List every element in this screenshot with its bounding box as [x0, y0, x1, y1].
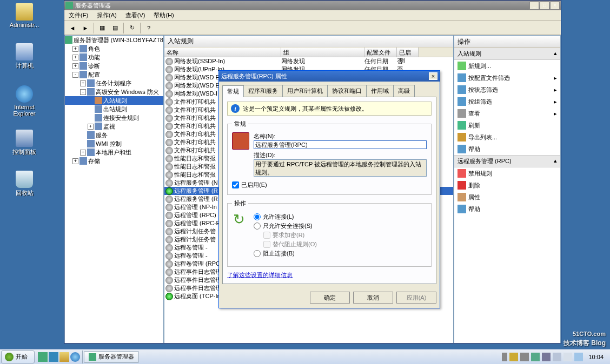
learn-more-link[interactable]: 了解这些设置的详细信息	[227, 272, 293, 278]
tree-item[interactable]: 连接安全规则	[65, 113, 163, 122]
tree-item[interactable]: +本地用户和组	[65, 148, 163, 157]
action-item[interactable]: 导出列表...	[454, 131, 560, 143]
menu-view[interactable]: 查看(V)	[121, 10, 150, 21]
action-item[interactable]: 禁用规则	[454, 167, 560, 179]
column-header[interactable]: 组	[281, 48, 364, 57]
tree-twist-icon[interactable]: +	[72, 46, 78, 52]
tab-advanced[interactable]: 高级	[393, 85, 415, 97]
clock[interactable]: 10:04	[585, 354, 607, 360]
tree-item[interactable]: 服务	[65, 131, 163, 139]
tray-icon[interactable]	[563, 353, 572, 361]
tree-item[interactable]: 出站规则	[65, 105, 163, 113]
action-item[interactable]: 按配置文件筛选▸	[454, 72, 560, 84]
start-button[interactable]: 开始	[1, 350, 35, 363]
ql-icon[interactable]	[59, 352, 69, 362]
rule-row[interactable]: 网络发现(SSDP-In)网络发现任何日期否	[164, 57, 453, 65]
maximize-button[interactable]: □	[540, 2, 549, 10]
action-item[interactable]: 属性	[454, 191, 560, 203]
dialog-close-button[interactable]: ×	[429, 72, 437, 80]
tree-twist-icon[interactable]: -	[80, 89, 86, 95]
tree-item[interactable]: +存储	[65, 157, 163, 165]
ok-button[interactable]: 确定	[310, 292, 350, 304]
titlebar[interactable]: 服务器管理器 _ □ ×	[64, 1, 561, 10]
action-item[interactable]: 刷新	[454, 119, 560, 131]
action-item[interactable]: 新规则...	[454, 60, 560, 72]
tree-item[interactable]: +诊断	[65, 62, 163, 70]
tree-twist-icon[interactable]: -	[72, 72, 78, 78]
tree-item[interactable]: -配置	[65, 70, 163, 79]
rule-status-icon	[165, 171, 173, 179]
info-icon: i	[231, 104, 240, 113]
column-header[interactable]: 配置文件	[364, 48, 397, 57]
tree-node-icon	[79, 71, 87, 78]
tree-node-icon	[79, 157, 87, 165]
tree-item[interactable]: -高级安全 Windows 防火	[65, 87, 163, 96]
tree-item[interactable]: +功能	[65, 53, 163, 62]
forward-button[interactable]: ►	[79, 22, 91, 34]
tree-twist-icon[interactable]: +	[80, 150, 86, 156]
help-button[interactable]: ?	[143, 22, 155, 34]
tab-general[interactable]: 常规	[222, 85, 244, 97]
action-item[interactable]: 按状态筛选▸	[454, 84, 560, 96]
tree-node-icon	[79, 62, 87, 70]
tray-icon[interactable]	[542, 353, 551, 361]
column-header[interactable]: 已启用	[397, 48, 419, 57]
column-header[interactable]: 名称	[164, 48, 281, 57]
secure-radio[interactable]: 只允许安全连接(S)	[254, 222, 427, 230]
menu-file[interactable]: 文件(F)	[64, 10, 92, 21]
tray-icon[interactable]	[520, 353, 529, 361]
tree-twist-icon[interactable]: +	[72, 55, 78, 60]
rule-status-icon	[165, 163, 173, 171]
menu-action[interactable]: 操作(A)	[92, 10, 121, 21]
action-item[interactable]: 按组筛选▸	[454, 96, 560, 107]
ql-icon[interactable]	[70, 352, 80, 362]
apply-button[interactable]: 应用(A)	[396, 292, 436, 304]
desktop-icon-control-panel[interactable]: 控制面板	[5, 130, 43, 156]
tray-icon[interactable]	[553, 353, 561, 361]
window-title: 服务器管理器	[75, 2, 111, 10]
tray-chevron-icon[interactable]	[502, 353, 507, 361]
refresh-button[interactable]: ↻	[126, 22, 138, 34]
tab-programs[interactable]: 程序和服务	[243, 85, 283, 97]
tab-users[interactable]: 用户和计算机	[282, 85, 328, 97]
minimize-button[interactable]: _	[529, 2, 539, 10]
tree-item[interactable]: +角色	[65, 44, 163, 53]
action-item[interactable]: 查看▸	[454, 107, 560, 119]
action-item[interactable]: 删除	[454, 179, 560, 191]
tree-twist-icon[interactable]: +	[72, 158, 78, 164]
tab-scope[interactable]: 作用域	[366, 85, 394, 97]
tree-twist-icon[interactable]: +	[72, 63, 78, 69]
ql-icon[interactable]	[49, 352, 58, 362]
nav-tree[interactable]: 服务器管理器 (WIN-3LOBYFAZT8 +角色+功能+诊断-配置+任务计划…	[64, 35, 164, 343]
tray-volume-icon[interactable]	[574, 353, 583, 361]
tree-item[interactable]: +监视	[65, 122, 163, 131]
tree-twist-icon[interactable]: +	[80, 80, 86, 86]
tree-item[interactable]: WMI 控制	[65, 139, 163, 148]
tree-root[interactable]: 服务器管理器 (WIN-3LOBYFAZT8	[65, 36, 163, 44]
tree-item[interactable]: +任务计划程序	[65, 79, 163, 87]
tool-button[interactable]: ▤	[109, 22, 121, 34]
tree-twist-icon[interactable]: +	[88, 124, 94, 130]
allow-radio[interactable]: 允许连接(L)	[254, 213, 427, 221]
tree-item[interactable]: 入站规则	[65, 96, 163, 105]
back-button[interactable]: ◄	[67, 22, 78, 34]
desktop-icon-recycle[interactable]: 回收站	[5, 171, 43, 197]
desktop-icon-ie[interactable]: Internet Explorer	[5, 85, 43, 117]
tray-icon[interactable]	[509, 353, 518, 361]
desktop-icon-admin[interactable]: Administr...	[5, 3, 43, 28]
enabled-checkbox[interactable]: 已启用(E)	[232, 181, 427, 189]
dialog-titlebar[interactable]: 远程服务管理(RPC) 属性 ×	[219, 71, 440, 82]
menu-help[interactable]: 帮助(H)	[149, 10, 178, 21]
action-item[interactable]: 帮助	[454, 143, 560, 155]
tree-node-icon	[87, 140, 95, 147]
tray-icon[interactable]	[531, 353, 540, 361]
action-item[interactable]: 帮助	[454, 203, 560, 215]
ql-icon[interactable]	[38, 352, 48, 362]
close-button[interactable]: ×	[550, 2, 560, 10]
desktop-icon-computer[interactable]: 计算机	[5, 43, 43, 70]
cancel-button[interactable]: 取消	[353, 292, 393, 304]
tab-protocols[interactable]: 协议和端口	[327, 85, 367, 97]
block-radio[interactable]: 阻止连接(B)	[254, 250, 427, 258]
tool-button[interactable]: ▦	[96, 22, 108, 34]
task-button[interactable]: 服务器管理器	[84, 351, 139, 363]
